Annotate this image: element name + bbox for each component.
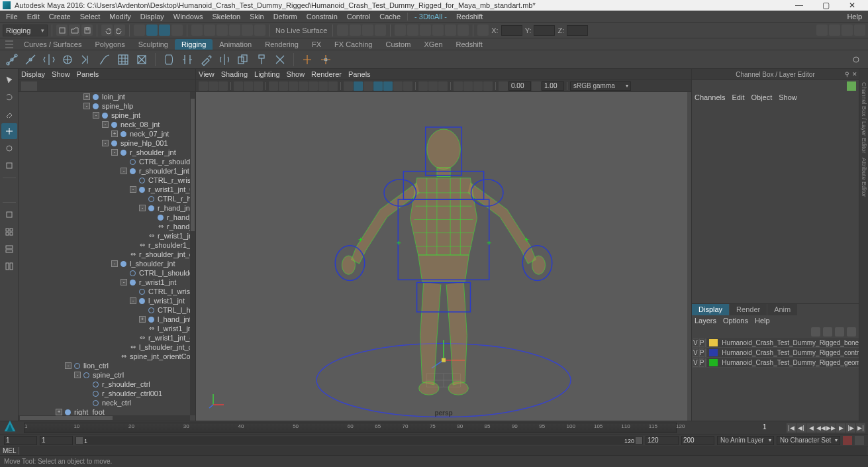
select-component-icon[interactable] <box>171 25 183 36</box>
goto-end-button[interactable]: ▶| <box>856 423 865 433</box>
light-editor-icon[interactable] <box>420 25 431 36</box>
expand-toggle[interactable] <box>121 270 127 276</box>
shelf-joint-tool-icon[interactable] <box>4 52 20 68</box>
vp-wire-on-shaded-icon[interactable] <box>373 81 383 91</box>
outliner-node[interactable]: -lion_ctrl <box>19 361 189 370</box>
vp-aa-icon[interactable] <box>473 81 483 91</box>
shelf-parent-constraint-icon[interactable] <box>299 52 315 68</box>
shelf-mirror-weights-icon[interactable] <box>217 52 232 68</box>
outliner-node[interactable]: neck_ctrl <box>19 398 189 407</box>
expand-toggle[interactable] <box>83 390 90 397</box>
menu-edit[interactable]: Edit <box>23 13 44 21</box>
vp-grease-icon[interactable] <box>254 81 263 91</box>
last-tool-button[interactable] <box>1 182 17 198</box>
outliner-node[interactable]: CTRL_l_shoulder <box>19 268 189 278</box>
expand-toggle[interactable] <box>121 344 127 350</box>
layer-color-swatch[interactable] <box>709 349 718 356</box>
layer-tab-display[interactable]: Display <box>692 304 730 315</box>
menu-skeleton[interactable]: Skeleton <box>207 13 245 21</box>
display-layer-row[interactable]: VPHumanoid_Crash_Test_Dummy_Rigged_bones <box>692 338 859 348</box>
outliner-node[interactable]: +loin_jnt <box>19 92 189 101</box>
select-object-icon[interactable] <box>159 25 170 36</box>
menu-modify[interactable]: Modify <box>105 13 135 21</box>
rotate-tool-button[interactable] <box>1 140 17 156</box>
vp-textured-icon[interactable] <box>383 81 393 91</box>
vp-safe-action-icon[interactable] <box>318 81 328 91</box>
outliner-node[interactable]: r_shoulder_ctrl001 <box>19 389 189 398</box>
expand-toggle[interactable]: - <box>102 121 109 128</box>
shelf-paint-weights-icon[interactable] <box>198 52 214 68</box>
move-tool-button[interactable] <box>1 123 17 139</box>
outliner-node[interactable]: -r_shoulder_jnt <box>19 148 189 157</box>
shelf-tab-redshift[interactable]: Redshift <box>450 39 489 50</box>
outliner-menu-display[interactable]: Display <box>21 70 45 78</box>
expand-toggle[interactable] <box>121 251 127 258</box>
expand-toggle[interactable] <box>130 288 136 295</box>
play-forward-button[interactable]: ▶▶ <box>826 423 836 433</box>
snap-curve-icon[interactable] <box>204 25 215 36</box>
outliner-node[interactable]: -l_wrist1_jnt <box>19 296 189 305</box>
modeling-toolkit-icon[interactable] <box>816 25 828 36</box>
vp-ao-icon[interactable] <box>454 81 463 91</box>
viewport-menu-renderer[interactable]: Renderer <box>311 70 342 78</box>
vp-gamma-input[interactable]: 1.00 <box>542 81 564 91</box>
viewport-menu-show[interactable]: Show <box>287 70 305 78</box>
attribute-editor-toggle-icon[interactable] <box>829 25 840 36</box>
shelf-tab-sculpting[interactable]: Sculpting <box>132 39 175 50</box>
shelf-tab-fx[interactable]: FX <box>305 39 328 50</box>
vp-motion-blur-icon[interactable] <box>463 81 473 91</box>
expand-toggle[interactable] <box>139 325 146 332</box>
expand-toggle[interactable]: - <box>111 260 118 267</box>
shelf-tab-polygons[interactable]: Polygons <box>88 39 131 50</box>
menu-redshift[interactable]: Redshift <box>452 13 487 21</box>
step-back-button[interactable]: ◀ <box>806 423 816 433</box>
expand-toggle[interactable] <box>148 223 155 230</box>
layer-new-selected-icon[interactable] <box>847 327 856 337</box>
shelf-lattice-icon[interactable] <box>115 52 131 68</box>
shelf-ik-handle-icon[interactable] <box>78 52 94 68</box>
expand-toggle[interactable]: - <box>130 297 136 304</box>
vp-wireframe-icon[interactable] <box>344 81 353 91</box>
maximize-button[interactable]: ▢ <box>812 1 839 10</box>
shelf-insert-joint-icon[interactable] <box>23 52 38 68</box>
step-forward-button[interactable]: ▶ <box>836 423 845 433</box>
shelf-tab-custom[interactable]: Custom <box>379 39 418 50</box>
expand-toggle[interactable]: - <box>83 103 90 109</box>
save-scene-icon[interactable] <box>81 25 93 36</box>
outliner-node[interactable]: r_hand_jnt_orien <box>19 222 189 231</box>
command-input[interactable] <box>20 447 867 455</box>
layer-tab-anim[interactable]: Anim <box>767 304 798 315</box>
step-back-key-button[interactable]: ◀| <box>796 423 806 433</box>
vp-exposure-icon[interactable] <box>499 81 508 91</box>
shelf-cluster-icon[interactable] <box>134 52 150 68</box>
scale-tool-button[interactable] <box>1 158 17 174</box>
menu-deform[interactable]: Deform <box>269 13 302 21</box>
ipr-render-icon[interactable] <box>375 25 386 36</box>
vp-isolate-icon[interactable] <box>418 81 428 91</box>
goto-start-button[interactable]: |◀ <box>787 423 796 433</box>
render-frame-icon[interactable] <box>362 25 373 36</box>
outliner-search-icon[interactable] <box>21 81 37 91</box>
range-start-inner[interactable]: 1 <box>40 436 73 445</box>
outliner-vscrollbar[interactable] <box>190 92 195 415</box>
sym-icon[interactable] <box>458 25 469 36</box>
snap-view-icon[interactable] <box>254 25 265 36</box>
viewport-menu-view[interactable]: View <box>199 70 215 78</box>
vp-image-plane-icon[interactable] <box>234 81 243 91</box>
expand-toggle[interactable] <box>83 399 90 406</box>
expand-toggle[interactable]: - <box>121 279 127 285</box>
construction-history-icon[interactable] <box>337 25 348 36</box>
layer-v-toggle[interactable]: V <box>693 348 699 357</box>
layout-single-button[interactable] <box>1 207 17 223</box>
lasso-tool-button[interactable] <box>1 89 17 105</box>
expand-toggle[interactable] <box>130 177 136 183</box>
viewport-canvas[interactable]: persp <box>196 92 691 421</box>
menu-windows[interactable]: Windows <box>169 13 208 21</box>
laymenu-help[interactable]: Help <box>755 317 770 325</box>
vp-film-gate-icon[interactable] <box>279 81 288 91</box>
snap-grid-icon[interactable] <box>191 25 203 36</box>
shelf-tab-rendering[interactable]: Rendering <box>258 39 305 50</box>
tool-settings-toggle-icon[interactable] <box>842 25 853 36</box>
snap-live-icon[interactable] <box>242 25 253 36</box>
shelf-tab-animation[interactable]: Animation <box>213 39 258 50</box>
